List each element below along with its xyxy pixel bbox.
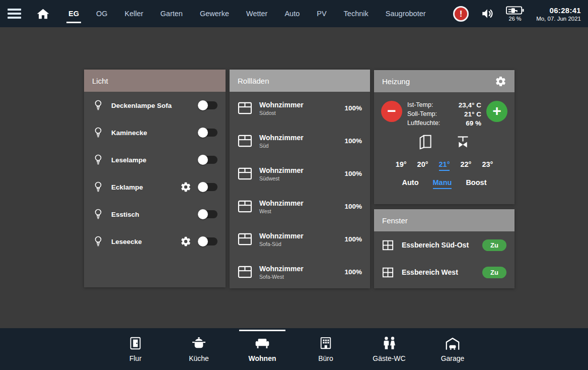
window-icon (382, 240, 394, 251)
shutter-value: 100% (344, 268, 362, 276)
tab-technik[interactable]: Technik (335, 0, 377, 27)
card-fenster: Fenster Essbereich Süd-Ost Zu Essbereich… (374, 209, 514, 288)
toggle-switch[interactable] (198, 129, 217, 137)
home-icon[interactable] (36, 8, 50, 20)
bulb-icon (92, 154, 104, 166)
card-licht-header: Licht (84, 70, 226, 92)
nav-item-buero[interactable]: Büro (294, 328, 357, 370)
heizung-modes: Auto Manu Boost (374, 178, 514, 189)
shutter-sub: Südwest (259, 175, 304, 181)
alert-icon[interactable]: ! (453, 6, 469, 22)
nav-label: Garage (441, 354, 465, 362)
tab-saugroboter[interactable]: Saugroboter (377, 0, 434, 27)
card-rolllaeden-header: Rollläden (230, 70, 370, 92)
shutter-name: Wohnzimmer (259, 134, 304, 142)
heizung-values: Ist-Temp:23,4° C Soll-Temp:21° C Luftfeu… (407, 101, 481, 127)
preset-19[interactable]: 19° (396, 160, 407, 171)
card-fenster-header: Fenster (374, 209, 514, 231)
temp-increase-button[interactable]: + (486, 101, 507, 122)
shutter-icon (238, 266, 252, 278)
battery-percent: 26 % (509, 16, 522, 22)
shutter-row[interactable]: WohnzimmerSüdost 100% (230, 92, 370, 125)
time: 06:28:41 (536, 6, 581, 15)
preset-20[interactable]: 20° (417, 160, 428, 171)
card-licht: Licht Deckenlampe Sofa Kaminecke Leselam… (84, 70, 226, 287)
gear-icon[interactable] (180, 236, 191, 247)
nav-label: Gäste-WC (373, 354, 405, 362)
mode-auto[interactable]: Auto (402, 178, 419, 189)
nav-item-flur[interactable]: Flur (104, 328, 167, 370)
light-label: Deckenlampe Sofa (111, 102, 172, 109)
light-label: Leseecke (111, 238, 142, 245)
shutter-value: 100% (344, 235, 362, 243)
card-title: Licht (92, 77, 108, 85)
minus-icon: − (387, 103, 396, 118)
mode-manu[interactable]: Manu (433, 178, 452, 189)
shutter-row[interactable]: WohnzimmerWest 100% (230, 190, 370, 223)
bottom-nav: Flur Küche Wohnen Büro Gäste-WC Garage (0, 328, 588, 370)
light-row: Kaminecke (84, 119, 226, 146)
shutter-row[interactable]: WohnzimmerSüd 100% (230, 125, 370, 157)
toggle-switch[interactable] (198, 101, 217, 109)
nav-item-wohnen[interactable]: Wohnen (231, 328, 294, 370)
shutter-icon (238, 233, 252, 245)
speaker-icon[interactable] (481, 7, 494, 20)
window-state-badge[interactable]: Zu (482, 267, 506, 278)
nav-label: Flur (129, 354, 141, 362)
nav-item-gaeste-wc[interactable]: Gäste-WC (357, 328, 421, 370)
tab-wetter[interactable]: Wetter (238, 0, 276, 27)
gear-icon[interactable] (180, 181, 191, 193)
sofa-icon (254, 335, 270, 351)
plus-icon: + (492, 103, 501, 118)
bulb-icon (92, 181, 104, 193)
card-heizung: Heizung − Ist-Temp:23,4° C Soll-Temp:21°… (374, 70, 514, 204)
active-indicator (239, 330, 285, 331)
ist-temp-label: Ist-Temp: (407, 101, 452, 109)
battery-charging-icon (506, 6, 524, 15)
tab-pv[interactable]: PV (308, 0, 335, 27)
clock: 06:28:41 Mo, 07. Jun 2021 (536, 6, 581, 22)
toggle-switch[interactable] (198, 183, 217, 191)
bulb-icon (92, 99, 104, 111)
light-label: Ecklampe (111, 183, 143, 191)
bulb-icon (92, 208, 104, 220)
tab-gewerke[interactable]: Gewerke (191, 0, 238, 27)
nav-item-kueche[interactable]: Küche (167, 328, 231, 370)
ist-temp-value: 23,4° C (459, 101, 481, 109)
shutter-row[interactable]: WohnzimmerSofa-Süd 100% (230, 223, 370, 256)
shutter-sub: Südost (259, 110, 304, 116)
shutter-value: 100% (344, 203, 362, 210)
tab-auto[interactable]: Auto (276, 0, 308, 27)
shutter-name: Wohnzimmer (259, 101, 304, 109)
shutter-row[interactable]: WohnzimmerSofa-West 100% (230, 256, 370, 288)
preset-21[interactable]: 21° (439, 160, 450, 171)
bulb-icon (92, 127, 104, 139)
card-title: Fenster (382, 216, 408, 225)
shutter-name: Wohnzimmer (259, 265, 304, 273)
gear-icon[interactable] (495, 76, 506, 87)
tab-garten[interactable]: Garten (152, 0, 191, 27)
preset-22[interactable]: 22° (460, 160, 471, 171)
window-row: Essbereich West Zu (374, 259, 514, 286)
toggle-switch[interactable] (198, 156, 217, 164)
menu-icon[interactable] (8, 9, 21, 19)
tab-og[interactable]: OG (88, 0, 116, 27)
shutter-icon (238, 135, 252, 147)
shutter-icon (238, 200, 252, 213)
mode-boost[interactable]: Boost (466, 178, 486, 189)
window-state-badge[interactable]: Zu (482, 239, 506, 251)
light-row: Leselampe (84, 146, 226, 173)
temp-presets: 19° 20° 21° 22° 23° (374, 160, 514, 171)
preset-23[interactable]: 23° (482, 160, 493, 171)
shutter-row[interactable]: WohnzimmerSüdwest 100% (230, 157, 370, 190)
window-icon (382, 267, 394, 278)
light-row: Esstisch (84, 201, 226, 228)
tab-eg[interactable]: EG (60, 0, 88, 27)
tab-keller[interactable]: Keller (116, 0, 152, 27)
alert-glyph: ! (460, 10, 463, 18)
temp-decrease-button[interactable]: − (381, 101, 402, 122)
toggle-switch[interactable] (198, 210, 217, 218)
toggle-switch[interactable] (198, 237, 217, 245)
nav-item-garage[interactable]: Garage (421, 328, 484, 370)
date: Mo, 07. Jun 2021 (536, 16, 581, 22)
